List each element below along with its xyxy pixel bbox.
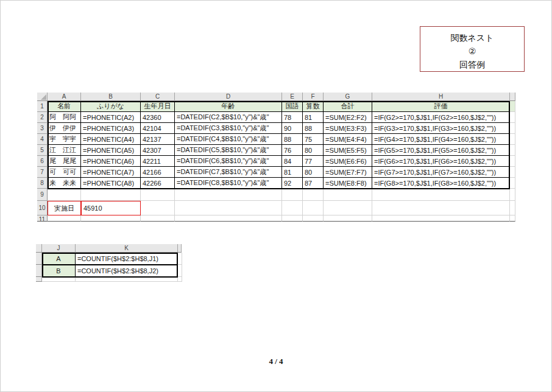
formula-cell: =SUM(E2:F2) (324, 112, 372, 123)
column-letter-partial (510, 93, 515, 101)
formula-cell: 阿 阿阿 (48, 112, 81, 123)
empty-cell (372, 201, 510, 215)
formula-cell: =DATEDIF(C6,$B$10,"y")&"歳" (175, 156, 282, 167)
empty-cell (510, 189, 515, 201)
column-letter-partial (178, 244, 182, 253)
formula-cell: 宇 宇宇 (48, 134, 81, 145)
header-cell: 生年月日 (141, 101, 175, 112)
page-number: 4 / 4 (1, 357, 551, 366)
partial-cell (510, 178, 515, 189)
empty-cell (175, 215, 282, 222)
formula-cell: 88 (282, 134, 303, 145)
formula-cell: 84 (282, 156, 303, 167)
partial-cell (510, 123, 515, 134)
formula-cell: 42266 (141, 178, 175, 189)
header-cell: 国語 (282, 101, 303, 112)
formula-cell: 75 (303, 134, 324, 145)
empty-cell (178, 277, 182, 282)
formula-cell: =IF(G2>=170,$J$1,IF(G2>=160,$J$2,"")) (372, 112, 510, 123)
empty-cell (42, 277, 76, 282)
date-value-cell: 45910 (81, 201, 141, 215)
partial-cell (510, 156, 515, 167)
row-number: 6 (37, 156, 48, 167)
row-number: 3 (37, 123, 48, 134)
formula-cell: =PHONETIC(A2) (81, 112, 141, 123)
formula-cell: =IF(G8>=170,$J$1,IF(G8>=160,$J$2,"")) (372, 178, 510, 189)
formula-cell: 78 (282, 112, 303, 123)
formula-cell: 42137 (141, 134, 175, 145)
row-header-strip (36, 277, 42, 282)
header-cell: 年齢 (175, 101, 282, 112)
empty-cell (324, 189, 372, 201)
partial-cell (510, 101, 515, 112)
row-header-strip (36, 253, 42, 265)
title-line-3: 回答例 (420, 58, 524, 71)
formula-cell: =SUM(E7:F7) (324, 167, 372, 178)
formula-cell: =DATEDIF(C7,$B$10,"y")&"歳" (175, 167, 282, 178)
column-letter: C (141, 93, 175, 101)
formula-cell: =SUM(E5:F5) (324, 145, 372, 156)
formula-cell: 可 可可 (48, 167, 81, 178)
empty-cell (282, 189, 303, 201)
formula-cell: =PHONETIC(A6) (81, 156, 141, 167)
formula-cell: 42104 (141, 123, 175, 134)
column-letter: F (303, 93, 324, 101)
empty-cell (303, 189, 324, 201)
formula-cell: 90 (282, 123, 303, 134)
partial-cell (510, 112, 515, 123)
formula-cell: =IF(G6>=170,$J$1,IF(G6>=160,$J$2,"")) (372, 156, 510, 167)
formula-cell: 80 (303, 145, 324, 156)
formula-cell: 42166 (141, 167, 175, 178)
empty-cell (303, 215, 324, 222)
empty-cell (141, 215, 175, 222)
formula-cell: =SUM(E3:F3) (324, 123, 372, 134)
title-line-2: ② (420, 44, 524, 58)
column-letter: G (324, 93, 372, 101)
answers-sheet: JKA=COUNTIF($H$2:$H$8,J1)B=COUNTIF($H$2:… (36, 244, 182, 282)
formula-cell: 76 (282, 145, 303, 156)
formula-cell: 42360 (141, 112, 175, 123)
row-number: 5 (37, 145, 48, 156)
date-label-cell: 実施日 (48, 201, 81, 215)
formula-cell: 42307 (141, 145, 175, 156)
empty-cell (510, 215, 515, 222)
formula-cell: =DATEDIF(C4,$B$10,"y")&"歳" (175, 134, 282, 145)
formula-cell: 92 (282, 178, 303, 189)
empty-cell (324, 215, 372, 222)
formula-cell: =SUM(E8:F8) (324, 178, 372, 189)
row-header-strip (36, 265, 42, 277)
row-number: 2 (37, 112, 48, 123)
formula-cell: 87 (303, 178, 324, 189)
formula-cell: =PHONETIC(A5) (81, 145, 141, 156)
formula-cell: =PHONETIC(A8) (81, 178, 141, 189)
formula-cell: =PHONETIC(A3) (81, 123, 141, 134)
formula-cell: 伊 伊伊 (48, 123, 81, 134)
partial-cell (178, 265, 182, 277)
column-letter: H (372, 93, 510, 101)
header-cell: 算数 (303, 101, 324, 112)
column-letter: E (282, 93, 303, 101)
answer-label-cell: A (42, 253, 76, 265)
title-line-1: 関数ネスト (420, 31, 524, 44)
column-letter: J (42, 244, 76, 253)
formula-cell: 尾 尾尾 (48, 156, 81, 167)
column-letter: B (81, 93, 141, 101)
row-number: 7 (37, 167, 48, 178)
formula-cell: 42211 (141, 156, 175, 167)
empty-cell (372, 189, 510, 201)
empty-cell (141, 201, 175, 215)
row-number: 10 (37, 201, 48, 215)
title-box: 関数ネスト ② 回答例 (420, 26, 525, 72)
formula-cell: 81 (303, 112, 324, 123)
formula-cell: =IF(G4>=170,$J$1,IF(G4>=160,$J$2,"")) (372, 134, 510, 145)
formula-cell: =PHONETIC(A4) (81, 134, 141, 145)
empty-cell (81, 215, 141, 222)
formula-cell: =SUM(E6:F6) (324, 156, 372, 167)
empty-cell (175, 189, 282, 201)
empty-cell (324, 201, 372, 215)
row-number: 11 (37, 215, 48, 222)
row-number: 8 (37, 178, 48, 189)
answer-label-cell: B (42, 265, 76, 277)
formula-cell: 81 (282, 167, 303, 178)
empty-cell (48, 215, 81, 222)
